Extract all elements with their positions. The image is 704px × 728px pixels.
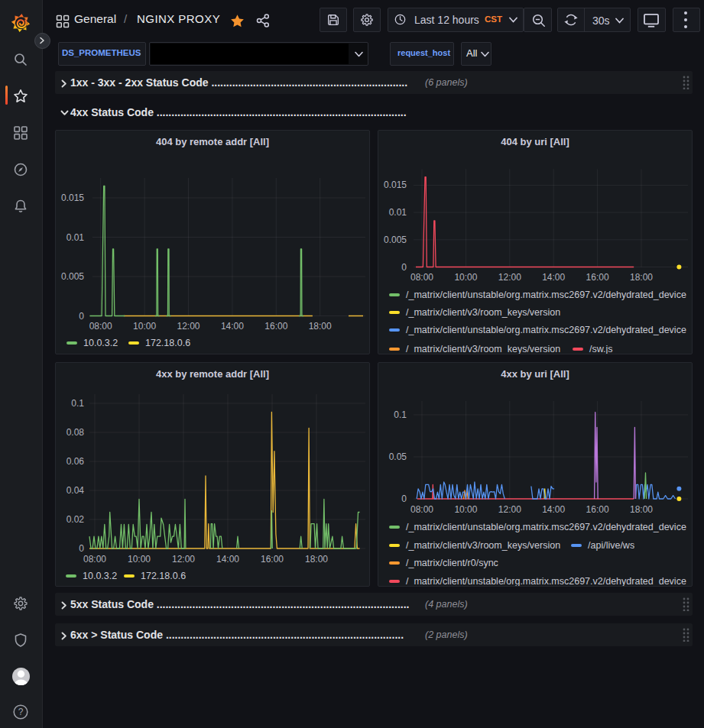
svg-text:0: 0 xyxy=(79,311,84,322)
svg-text:14:00: 14:00 xyxy=(542,272,565,283)
svg-text:08:00: 08:00 xyxy=(89,321,112,332)
svg-text:0.1: 0.1 xyxy=(71,398,84,409)
svg-text:14:00: 14:00 xyxy=(216,554,239,565)
svg-text:10:00: 10:00 xyxy=(128,554,151,565)
svg-text:0.005: 0.005 xyxy=(61,271,84,282)
svg-text:0.04: 0.04 xyxy=(67,485,85,496)
svg-text:0: 0 xyxy=(401,493,407,504)
svg-text:0: 0 xyxy=(79,543,84,554)
svg-text:0.08: 0.08 xyxy=(67,427,85,438)
svg-text:16:00: 16:00 xyxy=(586,504,609,515)
svg-text:0.01: 0.01 xyxy=(67,232,85,243)
svg-text:0: 0 xyxy=(401,262,407,273)
svg-text:0.005: 0.005 xyxy=(384,235,407,245)
svg-text:18:00: 18:00 xyxy=(630,272,653,283)
svg-text:12:00: 12:00 xyxy=(498,504,521,515)
svg-text:10:00: 10:00 xyxy=(454,504,477,515)
svg-text:12:00: 12:00 xyxy=(172,554,195,565)
svg-text:12:00: 12:00 xyxy=(177,321,200,332)
svg-text:0.1: 0.1 xyxy=(394,409,407,420)
svg-text:08:00: 08:00 xyxy=(410,272,433,283)
svg-text:08:00: 08:00 xyxy=(83,554,106,565)
svg-text:18:00: 18:00 xyxy=(309,321,332,332)
svg-text:14:00: 14:00 xyxy=(542,504,565,515)
svg-text:16:00: 16:00 xyxy=(261,554,284,565)
svg-text:16:00: 16:00 xyxy=(264,321,287,332)
svg-text:10:00: 10:00 xyxy=(133,321,156,332)
svg-text:0.02: 0.02 xyxy=(67,514,85,525)
svg-text:14:00: 14:00 xyxy=(221,321,244,332)
svg-text:0.01: 0.01 xyxy=(389,207,407,218)
svg-text:16:00: 16:00 xyxy=(586,272,609,283)
svg-text:0.015: 0.015 xyxy=(384,180,407,190)
svg-text:08:00: 08:00 xyxy=(410,504,433,515)
svg-text:?: ? xyxy=(18,707,24,717)
svg-text:0.015: 0.015 xyxy=(61,193,84,203)
svg-text:0.05: 0.05 xyxy=(389,451,407,462)
svg-text:18:00: 18:00 xyxy=(305,554,328,565)
svg-text:10:00: 10:00 xyxy=(454,272,477,283)
svg-text:0.06: 0.06 xyxy=(67,456,85,467)
svg-text:12:00: 12:00 xyxy=(498,272,521,283)
svg-text:18:00: 18:00 xyxy=(630,504,653,515)
